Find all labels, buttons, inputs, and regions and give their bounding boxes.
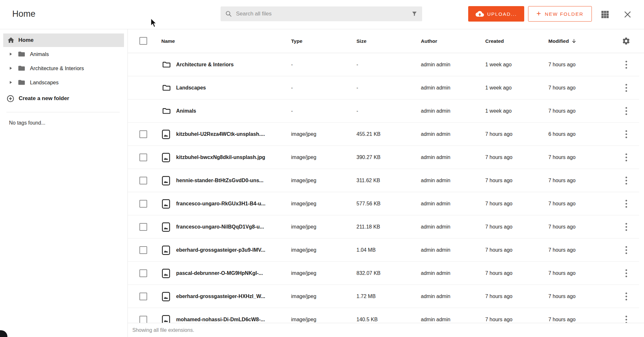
row-author: admin admin (421, 239, 450, 262)
folder-icon (17, 78, 26, 87)
row-size: 311.62 KB (356, 169, 380, 192)
row-actions-kebab-icon[interactable] (624, 292, 629, 301)
row-size: - (356, 76, 358, 99)
sidebar-folder-item[interactable]: Animals (0, 47, 128, 61)
row-modified: 7 hours ago (548, 215, 576, 239)
row-name: pascal-debrunner-O-MG9HpNKgI-... (176, 262, 263, 285)
row-checkbox[interactable] (139, 246, 147, 254)
row-modified: 7 hours ago (548, 239, 576, 262)
close-icon[interactable] (622, 9, 633, 20)
status-bar: Showing all file extensions. (128, 323, 644, 337)
table-header: Name Type Size Author Created Modified (128, 29, 644, 53)
row-modified: 7 hours ago (548, 146, 576, 169)
column-header-created[interactable]: Created (485, 29, 504, 53)
table-row[interactable]: eberhard-grossgasteiger-HXHzI_W... image… (128, 285, 639, 308)
row-actions-kebab-icon[interactable] (624, 107, 629, 116)
table-row[interactable]: Animals - - admin admin 1 week ago 7 hou… (128, 99, 639, 123)
row-modified: 7 hours ago (548, 262, 576, 285)
cloud-upload-icon (476, 10, 484, 18)
row-created: 7 hours ago (485, 239, 513, 262)
column-header-author[interactable]: Author (421, 29, 437, 53)
table-row[interactable]: eberhard-grossgasteiger-p3u9-lMV... imag… (128, 239, 639, 262)
table-row[interactable]: kitzbuhel-U2Reza4WCtk-unsplash.... image… (128, 123, 639, 146)
row-size: 1.04 MB (356, 239, 376, 262)
sidebar-divider (6, 112, 120, 112)
row-actions-kebab-icon[interactable] (624, 246, 629, 255)
column-settings-gear-icon[interactable] (622, 37, 630, 45)
table-row[interactable]: Architecture & Interiors - - admin admin… (128, 53, 639, 76)
column-header-type[interactable]: Type (291, 29, 302, 53)
column-header-name[interactable]: Name (161, 29, 175, 53)
row-actions-kebab-icon[interactable] (624, 83, 629, 92)
new-folder-button[interactable]: + NEW FOLDER (528, 6, 592, 22)
row-checkbox[interactable] (139, 154, 147, 161)
row-name: hennie-stander-BtHtZsGvdD0-uns... (176, 169, 263, 192)
select-all-checkbox[interactable] (139, 37, 147, 45)
table-row[interactable]: francesco-ungaro-RkGUx3H1-B4-u... image/… (128, 192, 639, 215)
row-created: 7 hours ago (485, 123, 513, 146)
row-type: image/jpeg (291, 215, 316, 239)
row-size: 832.07 KB (356, 262, 381, 285)
expand-arrow-icon[interactable] (9, 80, 13, 84)
row-name: francesco-ungaro-RkGUx3H1-B4-u... (176, 192, 265, 215)
row-author: admin admin (421, 169, 450, 192)
file-list: Name Type Size Author Created Modified A… (128, 29, 644, 337)
row-checkbox[interactable] (139, 316, 147, 323)
sidebar-folder-item[interactable]: Landscapes (0, 75, 128, 89)
row-created: 7 hours ago (485, 192, 513, 215)
row-author: admin admin (421, 123, 450, 146)
row-type: image/jpeg (291, 169, 316, 192)
row-author: admin admin (421, 215, 450, 239)
create-folder-button[interactable]: Create a new folder (6, 92, 69, 105)
row-size: - (356, 99, 358, 123)
row-checkbox[interactable] (139, 177, 147, 184)
image-file-icon (162, 292, 170, 302)
folder-icon (162, 106, 171, 116)
expand-arrow-icon[interactable] (9, 66, 13, 70)
row-checkbox[interactable] (139, 200, 147, 208)
row-checkbox[interactable] (139, 293, 147, 300)
row-created: 1 week ago (485, 76, 512, 99)
table-row[interactable]: kitzbuhel-bwcxNg8dkiI-unsplash.jpg image… (128, 146, 639, 169)
table-row[interactable]: Landscapes - - admin admin 1 week ago 7 … (128, 76, 639, 99)
row-modified: 7 hours ago (548, 169, 576, 192)
row-actions-kebab-icon[interactable] (624, 176, 629, 185)
expand-arrow-icon[interactable] (9, 52, 13, 56)
search-input[interactable] (235, 10, 411, 17)
column-header-modified[interactable]: Modified (548, 29, 577, 53)
search-icon (225, 10, 232, 17)
row-actions-kebab-icon[interactable] (624, 199, 629, 208)
status-text: Showing all file extensions. (132, 327, 194, 333)
table-row[interactable]: pascal-debrunner-O-MG9HpNKgI-... image/j… (128, 262, 639, 285)
row-author: admin admin (421, 262, 450, 285)
table-row[interactable]: hennie-stander-BtHtZsGvdD0-uns... image/… (128, 169, 639, 192)
filter-icon[interactable] (411, 11, 418, 17)
row-actions-kebab-icon[interactable] (624, 130, 629, 139)
folder-icon (162, 83, 171, 92)
table-row[interactable]: francesco-ungaro-NilBQqD1Vg8-u... image/… (128, 215, 639, 239)
row-type: image/jpeg (291, 192, 316, 215)
sidebar-item-home[interactable]: Home (3, 33, 124, 47)
row-created: 7 hours ago (485, 146, 513, 169)
upload-button[interactable]: UPLOAD... (468, 6, 524, 22)
row-actions-kebab-icon[interactable] (624, 269, 629, 278)
row-actions-kebab-icon[interactable] (624, 153, 629, 162)
folder-tree: Animals Architecture & Interiors Landsca… (0, 47, 128, 89)
image-file-icon (162, 245, 170, 255)
image-file-icon (162, 129, 170, 139)
image-file-icon (162, 199, 170, 209)
column-header-size[interactable]: Size (356, 29, 366, 53)
row-created: 7 hours ago (485, 215, 513, 239)
row-actions-kebab-icon[interactable] (624, 222, 629, 231)
row-type: image/jpeg (291, 123, 316, 146)
row-checkbox[interactable] (139, 130, 147, 138)
grid-view-icon[interactable] (600, 9, 611, 20)
row-checkbox[interactable] (139, 223, 147, 231)
row-actions-kebab-icon[interactable] (624, 60, 629, 69)
row-checkbox[interactable] (139, 269, 147, 277)
row-author: admin admin (421, 99, 450, 123)
search-box[interactable] (221, 6, 422, 21)
sidebar-folder-item[interactable]: Architecture & Interiors (0, 61, 128, 75)
row-created: 7 hours ago (485, 169, 513, 192)
tags-empty-message: No tags found... (9, 120, 45, 126)
